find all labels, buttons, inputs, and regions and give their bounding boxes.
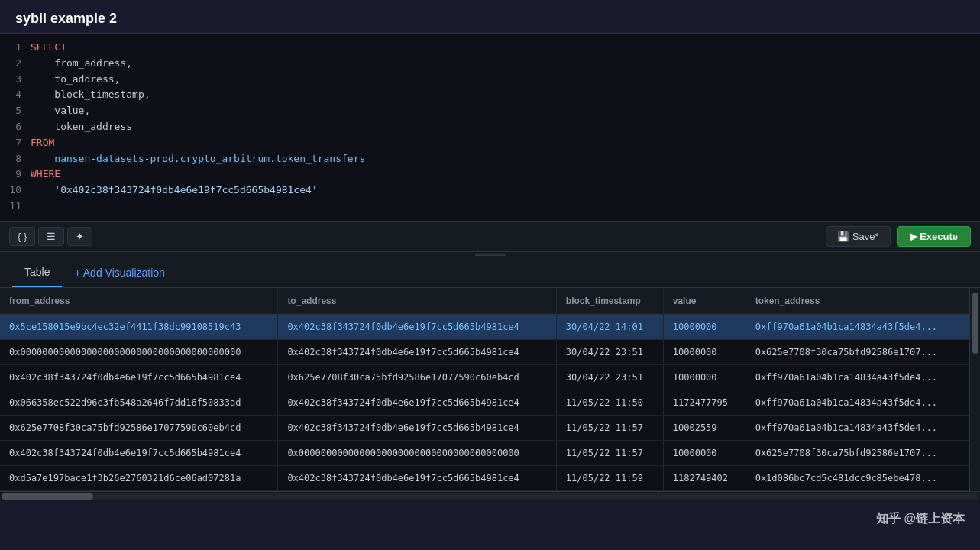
table-row: 0x00000000000000000000000000000000000000… (0, 339, 969, 364)
scrollbar-thumb[interactable] (2, 493, 93, 500)
cell-token_address: 0xff970a61a04b1ca14834a43f5de4... (746, 314, 969, 339)
drag-handle-bar (475, 254, 506, 256)
table-row: 0x402c38f343724f0db4e6e19f7cc5d665b4981c… (0, 440, 969, 465)
cell-from_address: 0x066358ec522d96e3fb548a2646f7dd16f50833… (0, 390, 278, 415)
toolbar-left: { } ☰ ✦ (9, 227, 92, 246)
tab-table[interactable]: Table (12, 258, 62, 287)
code-block: 1 2 3 4 5 6 7 8 9 10 11 SELECT from_addr… (0, 34, 980, 221)
cell-block_timestamp: 30/04/22 14:01 (556, 314, 663, 339)
cell-token_address: 0x1d086bc7cd5c481dcc9c85ebe478... (746, 465, 969, 490)
cell-token_address: 0xff970a61a04b1ca14834a43f5de4... (746, 364, 969, 390)
cell-block_timestamp: 30/04/22 23:51 (556, 364, 663, 390)
cell-to_address: 0x402c38f343724f0db4e6e19f7cc5d665b4981c… (278, 415, 556, 440)
code-editor[interactable]: 1 2 3 4 5 6 7 8 9 10 11 SELECT from_addr… (0, 33, 980, 222)
cell-from_address: 0x5ce158015e9bc4ec32ef4411f38dc99108519c… (0, 314, 278, 339)
cell-from_address: 0xd5a7e197bace1f3b26e2760321d6ce06ad0728… (0, 465, 278, 490)
cell-token_address: 0xff970a61a04b1ca14834a43f5de4... (746, 390, 969, 415)
add-visualization-button[interactable]: + Add Visualization (62, 259, 176, 286)
format-table-button[interactable]: ☰ (38, 227, 64, 246)
cell-block_timestamp: 11/05/22 11:50 (556, 390, 663, 415)
cell-to_address: 0x402c38f343724f0db4e6e19f7cc5d665b4981c… (278, 339, 556, 364)
results-tabs: Table + Add Visualization (0, 258, 980, 288)
execute-button[interactable]: ▶ Execute (897, 226, 971, 247)
table-row: 0x402c38f343724f0db4e6e19f7cc5d665b4981c… (0, 364, 969, 390)
line-numbers: 1 2 3 4 5 6 7 8 9 10 11 (0, 40, 31, 215)
table-body: 0x5ce158015e9bc4ec32ef4411f38dc99108519c… (0, 314, 969, 490)
cell-block_timestamp: 11/05/22 11:57 (556, 415, 663, 440)
table-wrapper: from_address to_address block_timestamp … (0, 288, 980, 491)
col-value: value (663, 288, 746, 315)
cell-value: 10002559 (663, 415, 746, 440)
table-row: 0x5ce158015e9bc4ec32ef4411f38dc99108519c… (0, 314, 969, 339)
drag-handle[interactable] (0, 252, 980, 258)
code-content: SELECT from_address, to_address, block_t… (31, 40, 980, 215)
vertical-scrollbar-thumb[interactable] (972, 293, 978, 354)
format-json-button[interactable]: { } (9, 227, 35, 246)
cell-value: 10000000 (663, 440, 746, 465)
cell-token_address: 0xff970a61a04b1ca14834a43f5de4... (746, 415, 969, 440)
table-header-row: from_address to_address block_timestamp … (0, 288, 969, 315)
cell-from_address: 0x00000000000000000000000000000000000000… (0, 339, 278, 364)
vertical-scrollbar[interactable] (969, 288, 980, 491)
toolbar: { } ☰ ✦ 💾 Save* ▶ Execute (0, 222, 980, 252)
cell-to_address: 0x625e7708f30ca75bfd92586e17077590c60eb4… (278, 364, 556, 390)
save-button[interactable]: 💾 Save* (826, 226, 890, 247)
toolbar-right: 💾 Save* ▶ Execute (826, 226, 971, 247)
cell-from_address: 0x402c38f343724f0db4e6e19f7cc5d665b4981c… (0, 440, 278, 465)
cell-from_address: 0x402c38f343724f0db4e6e19f7cc5d665b4981c… (0, 364, 278, 390)
cell-token_address: 0x625e7708f30ca75bfd92586e1707... (746, 440, 969, 465)
col-token-address: token_address (746, 288, 969, 315)
cell-to_address: 0x402c38f343724f0db4e6e19f7cc5d665b4981c… (278, 465, 556, 490)
cell-block_timestamp: 11/05/22 11:59 (556, 465, 663, 490)
page-title: sybil example 2 (15, 11, 117, 26)
cell-value: 10000000 (663, 364, 746, 390)
results-table: from_address to_address block_timestamp … (0, 288, 969, 491)
cell-value: 10000000 (663, 339, 746, 364)
table-row: 0xd5a7e197bace1f3b26e2760321d6ce06ad0728… (0, 465, 969, 490)
watermark: 知乎 @链上资本 (876, 511, 965, 527)
cell-block_timestamp: 11/05/22 11:57 (556, 440, 663, 465)
cell-value: 1172477795 (663, 390, 746, 415)
scrollbar-track (2, 493, 978, 500)
cell-block_timestamp: 30/04/22 23:51 (556, 339, 663, 364)
cell-value: 1182749402 (663, 465, 746, 490)
col-to-address: to_address (278, 288, 556, 315)
col-block-timestamp: block_timestamp (556, 288, 663, 315)
header: sybil example 2 (0, 0, 980, 33)
format-other-button[interactable]: ✦ (67, 227, 92, 246)
table-container[interactable]: from_address to_address block_timestamp … (0, 288, 969, 491)
cell-to_address: 0x402c38f343724f0db4e6e19f7cc5d665b4981c… (278, 390, 556, 415)
cell-to_address: 0x402c38f343724f0db4e6e19f7cc5d665b4981c… (278, 314, 556, 339)
cell-value: 10000000 (663, 314, 746, 339)
horizontal-scrollbar[interactable] (0, 491, 980, 502)
cell-to_address: 0x00000000000000000000000000000000000000… (278, 440, 556, 465)
cell-from_address: 0x625e7708f30ca75bfd92586e17077590c60eb4… (0, 415, 278, 440)
col-from-address: from_address (0, 288, 278, 315)
table-row: 0x066358ec522d96e3fb548a2646f7dd16f50833… (0, 390, 969, 415)
cell-token_address: 0x625e7708f30ca75bfd92586e1707... (746, 339, 969, 364)
table-row: 0x625e7708f30ca75bfd92586e17077590c60eb4… (0, 415, 969, 440)
